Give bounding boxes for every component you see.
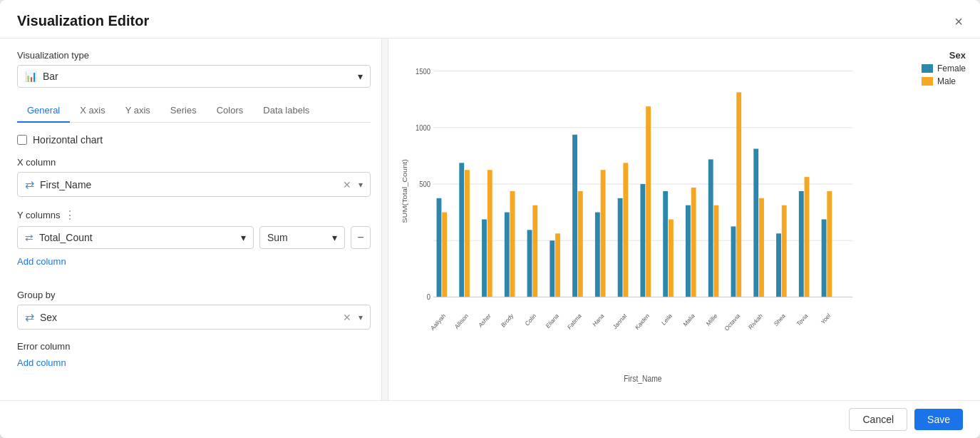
- svg-text:Asher: Asher: [477, 312, 492, 329]
- svg-rect-19: [532, 205, 537, 297]
- y-column-select[interactable]: ⇄ Total_Count ▾: [17, 226, 254, 249]
- y-columns-label: Y columns: [17, 210, 60, 220]
- legend-item-female: Female: [922, 63, 966, 73]
- scrollbar-thumb: [383, 111, 387, 219]
- svg-text:Brody: Brody: [500, 311, 515, 329]
- tab-colors[interactable]: Colors: [207, 99, 254, 123]
- y-column-value: Total_Count: [39, 232, 93, 243]
- x-column-clear-icon[interactable]: ✕: [343, 179, 351, 190]
- svg-rect-33: [691, 188, 696, 297]
- svg-rect-39: [759, 198, 764, 297]
- horizontal-chart-row: Horizontal chart: [17, 134, 371, 146]
- svg-text:Yoel: Yoel: [820, 312, 832, 326]
- svg-rect-14: [482, 220, 487, 297]
- viz-type-select[interactable]: 📊 Bar ▾: [17, 65, 371, 88]
- x-column-value: First_Name: [40, 179, 343, 190]
- error-column-group: Error column Add column: [17, 341, 371, 380]
- cancel-button[interactable]: Cancel: [849, 408, 907, 431]
- svg-rect-16: [505, 213, 510, 297]
- svg-rect-36: [731, 226, 736, 297]
- svg-text:First_Name: First_Name: [624, 374, 661, 383]
- y-columns-options-icon[interactable]: ⋮: [64, 208, 76, 222]
- chart-svg-container: 1500 1000 500 0 SUM(Total_Count): [400, 50, 859, 389]
- svg-rect-40: [776, 233, 781, 297]
- chevron-down-icon: ▾: [358, 71, 363, 82]
- svg-rect-20: [550, 240, 555, 297]
- group-by-value: Sex: [40, 312, 343, 323]
- tab-x-axis[interactable]: X axis: [70, 99, 115, 123]
- svg-rect-17: [510, 191, 515, 297]
- svg-text:Colin: Colin: [524, 312, 537, 327]
- svg-text:Jannat: Jannat: [612, 312, 628, 331]
- x-column-icon: ⇄: [25, 178, 34, 191]
- modal-footer: Cancel Save: [0, 400, 980, 438]
- svg-rect-29: [646, 106, 651, 297]
- visualization-editor-modal: Visualization Editor × Visualization typ…: [0, 0, 980, 438]
- save-button[interactable]: Save: [914, 409, 963, 430]
- svg-rect-11: [442, 213, 447, 297]
- svg-text:Octavia: Octavia: [723, 312, 741, 332]
- svg-text:1000: 1000: [416, 123, 430, 132]
- svg-rect-22: [572, 135, 577, 297]
- svg-rect-41: [782, 205, 787, 297]
- x-column-chevron-icon: ▾: [359, 180, 363, 190]
- aggregation-select[interactable]: Sum ▾: [259, 226, 345, 249]
- svg-rect-23: [578, 191, 583, 297]
- svg-text:0: 0: [427, 293, 431, 302]
- horizontal-chart-checkbox[interactable]: [17, 135, 27, 145]
- group-by-label: Group by: [17, 290, 371, 300]
- group-by-select[interactable]: ⇄ Sex ✕ ▾: [17, 305, 371, 330]
- svg-rect-21: [555, 233, 560, 297]
- aggregation-chevron-icon: ▾: [332, 232, 337, 243]
- svg-text:Allison: Allison: [453, 312, 470, 330]
- svg-rect-27: [623, 163, 628, 297]
- y-column-icon: ⇄: [25, 232, 33, 243]
- svg-text:Tovia: Tovia: [795, 312, 810, 328]
- svg-rect-38: [753, 149, 758, 297]
- svg-text:Fatima: Fatima: [566, 312, 582, 331]
- svg-rect-32: [686, 205, 691, 297]
- svg-text:1500: 1500: [416, 67, 430, 76]
- svg-rect-37: [736, 92, 741, 297]
- modal-header: Visualization Editor ×: [0, 0, 980, 39]
- left-panel: Visualization type 📊 Bar ▾ General X axi…: [0, 39, 388, 400]
- tab-general[interactable]: General: [17, 99, 70, 123]
- tab-series[interactable]: Series: [160, 99, 207, 123]
- legend-label-female: Female: [937, 63, 966, 73]
- svg-rect-26: [618, 198, 623, 297]
- add-y-column-link[interactable]: Add column: [17, 256, 66, 267]
- svg-rect-12: [459, 163, 464, 297]
- svg-rect-13: [465, 170, 470, 297]
- right-panel: Sex Female Male: [388, 39, 980, 400]
- add-error-column-link[interactable]: Add column: [17, 357, 66, 368]
- group-by-chevron-icon: ▾: [359, 312, 363, 322]
- viz-type-label: Visualization type: [17, 50, 371, 61]
- y-columns-row: ⇄ Total_Count ▾ Sum ▾ −: [17, 226, 371, 249]
- svg-rect-43: [805, 177, 810, 297]
- svg-rect-28: [640, 184, 645, 297]
- svg-rect-45: [827, 191, 832, 297]
- close-button[interactable]: ×: [954, 14, 963, 29]
- x-column-group: X column ⇄ First_Name ✕ ▾: [17, 157, 371, 197]
- group-by-icon: ⇄: [25, 310, 34, 324]
- svg-text:Aaliyah: Aaliyah: [429, 312, 447, 332]
- svg-text:Malia: Malia: [682, 312, 696, 328]
- y-columns-header: Y columns ⋮: [17, 208, 371, 222]
- svg-rect-34: [708, 159, 713, 297]
- svg-rect-15: [488, 170, 492, 297]
- legend-title: Sex: [922, 50, 966, 61]
- x-column-select[interactable]: ⇄ First_Name ✕ ▾: [17, 172, 371, 197]
- error-column-label: Error column: [17, 341, 371, 352]
- svg-rect-10: [437, 198, 442, 297]
- tab-y-axis[interactable]: Y axis: [115, 99, 160, 123]
- svg-text:Millie: Millie: [705, 312, 718, 327]
- remove-y-column-button[interactable]: −: [351, 226, 371, 249]
- group-by-clear-icon[interactable]: ✕: [343, 312, 351, 323]
- x-column-label: X column: [17, 157, 371, 168]
- svg-text:500: 500: [419, 180, 430, 188]
- chart-legend: Sex Female Male: [922, 50, 966, 86]
- legend-color-male: [922, 77, 933, 86]
- svg-rect-44: [822, 220, 827, 297]
- bar-chart-svg: 1500 1000 500 0 SUM(Total_Count): [400, 50, 859, 389]
- tab-data-labels[interactable]: Data labels: [253, 99, 319, 123]
